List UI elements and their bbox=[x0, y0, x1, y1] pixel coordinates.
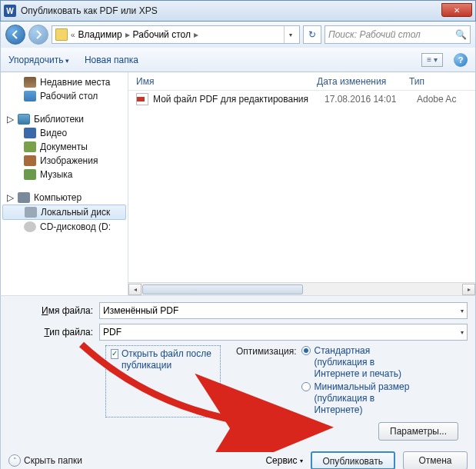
computer-icon bbox=[18, 192, 30, 203]
arrow-left-icon bbox=[11, 30, 20, 39]
radio-minimal[interactable]: Минимальный размер (публикация в Интерне… bbox=[301, 381, 414, 416]
file-date: 17.08.2016 14:01 bbox=[325, 94, 417, 105]
radio-checked-icon bbox=[301, 346, 311, 355]
search-input[interactable]: Поиск: Рабочий стол 🔍 bbox=[325, 25, 471, 44]
breadcrumb-seg1[interactable]: Владимир bbox=[78, 29, 122, 40]
recent-icon bbox=[24, 77, 36, 88]
tree-documents[interactable]: Документы bbox=[2, 140, 126, 154]
search-icon: 🔍 bbox=[455, 29, 467, 40]
radio-unchecked-icon bbox=[301, 382, 311, 391]
scroll-left-icon[interactable]: ◂ bbox=[128, 284, 141, 295]
back-button[interactable] bbox=[5, 25, 25, 45]
organize-menu[interactable]: Упорядочить bbox=[8, 55, 69, 65]
filetype-select[interactable]: PDF ▾ bbox=[99, 324, 468, 341]
file-type: Adobe Ac bbox=[417, 94, 456, 105]
chevron-up-icon: ˄ bbox=[8, 454, 21, 467]
close-button[interactable]: ✕ bbox=[441, 3, 472, 17]
hide-folders-button[interactable]: ˄ Скрыть папки bbox=[8, 454, 82, 467]
new-folder-button[interactable]: Новая папка bbox=[85, 55, 138, 65]
view-options-button[interactable]: ≡ ▾ bbox=[421, 53, 443, 67]
forward-button[interactable] bbox=[28, 25, 48, 45]
tree-desktop[interactable]: Рабочий стол bbox=[2, 89, 126, 103]
breadcrumb[interactable]: « Владимир ▸ Рабочий стол ▸ ▾ bbox=[52, 25, 300, 44]
tree-music[interactable]: Музыка bbox=[2, 168, 126, 181]
library-icon bbox=[18, 114, 30, 125]
open-after-checkbox[interactable]: ✓ Открыть файл после публикации bbox=[105, 345, 221, 417]
horizontal-scrollbar[interactable]: ◂ ▸ bbox=[128, 282, 475, 295]
scroll-thumb[interactable] bbox=[142, 284, 303, 294]
folder-tree: Недавние места Рабочий стол ▷ Библиотеки… bbox=[1, 72, 128, 295]
filename-input[interactable]: Изменённый PDF ▾ bbox=[99, 302, 468, 319]
music-icon bbox=[24, 169, 36, 180]
file-row[interactable]: Мой файл PDF для редактирования 17.08.20… bbox=[128, 91, 475, 108]
tree-recent[interactable]: Недавние места bbox=[2, 75, 126, 89]
bottom-panel: Имя файла: Изменённый PDF ▾ Тип файла: P… bbox=[0, 295, 476, 469]
filename-label: Имя файла: bbox=[8, 305, 99, 316]
col-name[interactable]: Имя bbox=[128, 76, 317, 87]
search-placeholder: Поиск: Рабочий стол bbox=[328, 29, 421, 40]
window-title: Опубликовать как PDF или XPS bbox=[21, 5, 158, 16]
desktop-icon bbox=[24, 91, 36, 101]
document-icon bbox=[24, 141, 36, 152]
chevron-right-icon: ▸ bbox=[194, 29, 198, 40]
publish-button[interactable]: Опубликовать bbox=[311, 451, 395, 469]
radio-standard[interactable]: Стандартная (публикация в Интернете и пе… bbox=[301, 345, 414, 380]
arrow-right-icon bbox=[34, 30, 43, 39]
service-menu[interactable]: Сервис▾ bbox=[265, 455, 302, 466]
help-icon[interactable]: ? bbox=[454, 53, 468, 67]
breadcrumb-dropdown[interactable]: ▾ bbox=[284, 26, 296, 43]
optimization-label: Оптимизация: bbox=[236, 345, 297, 417]
scroll-right-icon[interactable]: ▸ bbox=[462, 284, 475, 295]
title-bar: W Опубликовать как PDF или XPS ✕ bbox=[0, 0, 476, 22]
body-area: Недавние места Рабочий стол ▷ Библиотеки… bbox=[0, 72, 476, 295]
tree-cd-drive[interactable]: CD-дисковод (D: bbox=[2, 220, 126, 234]
cd-icon bbox=[24, 221, 36, 232]
chevron-down-icon[interactable]: ▾ bbox=[461, 329, 464, 336]
tree-libraries[interactable]: ▷ Библиотеки bbox=[2, 112, 126, 126]
cancel-button[interactable]: Отмена bbox=[403, 451, 468, 469]
word-icon: W bbox=[4, 5, 16, 17]
nav-bar: « Владимир ▸ Рабочий стол ▸ ▾ ↻ Поиск: Р… bbox=[0, 22, 476, 48]
col-type[interactable]: Тип bbox=[409, 76, 475, 87]
chevron-right-icon: ▸ bbox=[125, 29, 130, 40]
filetype-label: Тип файла: bbox=[8, 327, 99, 338]
refresh-button[interactable]: ↻ bbox=[303, 25, 321, 44]
tree-images[interactable]: Изображения bbox=[2, 154, 126, 168]
video-icon bbox=[24, 128, 36, 138]
tree-local-disk[interactable]: Локальный диск bbox=[2, 205, 126, 220]
pdf-icon bbox=[136, 93, 148, 105]
col-date[interactable]: Дата изменения bbox=[317, 76, 409, 87]
breadcrumb-seg2[interactable]: Рабочий стол bbox=[133, 29, 191, 40]
checkbox-checked-icon: ✓ bbox=[111, 349, 118, 359]
parameters-button[interactable]: Параметры... bbox=[378, 422, 458, 441]
file-name: Мой файл PDF для редактирования bbox=[153, 94, 325, 105]
folder-icon bbox=[55, 28, 68, 41]
tree-video[interactable]: Видео bbox=[2, 126, 126, 140]
toolbar: Упорядочить Новая папка ≡ ▾ ? bbox=[0, 48, 476, 72]
disk-icon bbox=[25, 207, 37, 218]
column-headers: Имя Дата изменения Тип bbox=[128, 72, 475, 91]
file-list: Имя Дата изменения Тип Мой файл PDF для … bbox=[128, 72, 475, 295]
tree-computer[interactable]: ▷ Компьютер bbox=[2, 191, 126, 205]
image-icon bbox=[24, 155, 36, 166]
chevron-down-icon[interactable]: ▾ bbox=[461, 308, 464, 314]
